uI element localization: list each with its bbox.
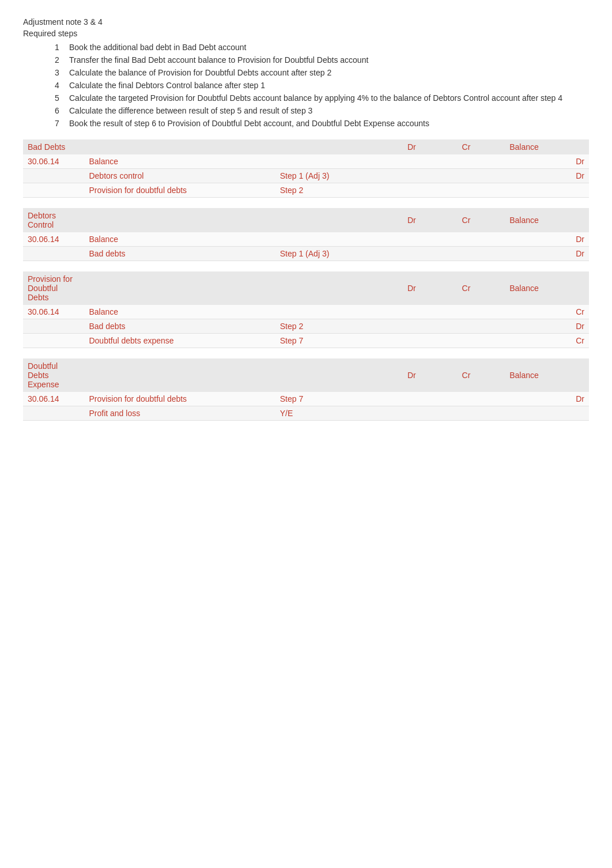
ledgers-container: Bad DebtsDrCrBalance30.06.14BalanceDrDeb… <box>23 139 589 421</box>
ledger-header-cell: Balance <box>493 139 554 154</box>
ledger-cell: Profit and loss <box>84 406 275 421</box>
ledger-cell: Step 7 <box>275 334 384 348</box>
ledger-row: 30.06.14BalanceCr <box>23 305 589 319</box>
ledger-section: Debtors ControlDrCrBalance30.06.14Balanc… <box>23 208 589 261</box>
ledger-cell <box>493 183 554 198</box>
ledger-cell: Bad debts <box>84 247 275 261</box>
ledger-cell <box>439 183 494 198</box>
ledger-cell: Dr <box>555 247 589 261</box>
ledger-header-cell: Cr <box>439 271 494 305</box>
steps-list: 1Book the additional bad debt in Bad Deb… <box>69 43 589 128</box>
ledger-name: Provision for Doubtful Debts <box>23 271 84 305</box>
ledger-cell: Provision for doubtful debts <box>84 183 275 198</box>
ledger-cell <box>439 334 494 348</box>
ledger-header-cell: Dr <box>384 139 439 154</box>
ledger-cell: Step 1 (Adj 3) <box>275 247 384 261</box>
ledger-cell <box>384 169 439 183</box>
ledger-row: 30.06.14BalanceDr <box>23 232 589 247</box>
ledger-cell: Step 1 (Adj 3) <box>275 169 384 183</box>
ledger-cell: 30.06.14 <box>23 305 84 319</box>
ledger-table: Bad DebtsDrCrBalance30.06.14BalanceDrDeb… <box>23 139 589 198</box>
ledger-cell: Balance <box>84 232 275 247</box>
ledger-cell: 30.06.14 <box>23 154 84 169</box>
ledger-table: Debtors ControlDrCrBalance30.06.14Balanc… <box>23 208 589 261</box>
ledger-cell <box>439 406 494 421</box>
ledger-cell <box>439 392 494 406</box>
ledger-cell: Y/E <box>275 406 384 421</box>
ledger-cell <box>493 319 554 334</box>
ledger-cell: Step 7 <box>275 392 384 406</box>
ledger-row: Profit and lossY/E <box>23 406 589 421</box>
ledger-header-cell: Dr <box>384 208 439 232</box>
ledger-header-cell: Cr <box>439 208 494 232</box>
ledger-row: Bad debtsStep 1 (Adj 3)Dr <box>23 247 589 261</box>
ledger-header-cell <box>555 271 589 305</box>
ledger-cell: Balance <box>84 305 275 319</box>
ledger-cell <box>384 392 439 406</box>
ledger-row: 30.06.14Provision for doubtful debtsStep… <box>23 392 589 406</box>
step-item: 3Calculate the balance of Provision for … <box>69 68 589 77</box>
ledger-cell: Dr <box>555 392 589 406</box>
ledger-header-cell <box>84 271 275 305</box>
ledger-cell: Step 2 <box>275 183 384 198</box>
ledger-cell: Dr <box>555 169 589 183</box>
ledger-name: Doubtful Debts Expense <box>23 358 84 392</box>
ledger-cell <box>555 406 589 421</box>
ledger-header-cell <box>275 208 384 232</box>
ledger-header-cell <box>555 139 589 154</box>
ledger-cell: Step 2 <box>275 319 384 334</box>
ledger-section: Bad DebtsDrCrBalance30.06.14BalanceDrDeb… <box>23 139 589 198</box>
ledger-cell: Dr <box>555 232 589 247</box>
ledger-table: Doubtful Debts ExpenseDrCrBalance30.06.1… <box>23 358 589 421</box>
ledger-header-cell <box>275 271 384 305</box>
ledger-name: Bad Debts <box>23 139 84 154</box>
ledger-cell <box>439 319 494 334</box>
ledger-cell <box>493 169 554 183</box>
ledger-cell <box>23 169 84 183</box>
ledger-header-cell <box>555 208 589 232</box>
ledger-header-cell <box>275 358 384 392</box>
ledger-cell <box>384 319 439 334</box>
ledger-cell <box>23 183 84 198</box>
ledger-cell: Balance <box>84 154 275 169</box>
ledger-cell <box>384 154 439 169</box>
ledger-cell <box>275 232 384 247</box>
ledger-table: Provision for Doubtful DebtsDrCrBalance3… <box>23 271 589 348</box>
ledger-cell <box>555 183 589 198</box>
ledger-header-cell: Dr <box>384 271 439 305</box>
ledger-cell <box>23 334 84 348</box>
ledger-cell <box>493 154 554 169</box>
ledger-cell <box>275 154 384 169</box>
ledger-cell: Dr <box>555 319 589 334</box>
ledger-cell: Doubtful debts expense <box>84 334 275 348</box>
ledger-row: Bad debtsStep 2Dr <box>23 319 589 334</box>
ledger-row: Provision for doubtful debtsStep 2 <box>23 183 589 198</box>
ledger-cell <box>384 334 439 348</box>
ledger-cell: Provision for doubtful debts <box>84 392 275 406</box>
ledger-section: Provision for Doubtful DebtsDrCrBalance3… <box>23 271 589 348</box>
ledger-cell <box>439 305 494 319</box>
ledger-cell: Bad debts <box>84 319 275 334</box>
ledger-header-cell <box>275 139 384 154</box>
ledger-row: Doubtful debts expenseStep 7Cr <box>23 334 589 348</box>
ledger-cell <box>23 406 84 421</box>
step-item: 1Book the additional bad debt in Bad Deb… <box>69 43 589 52</box>
ledger-row: Debtors controlStep 1 (Adj 3)Dr <box>23 169 589 183</box>
ledger-header-cell: Dr <box>384 358 439 392</box>
ledger-cell: Cr <box>555 305 589 319</box>
ledger-cell <box>23 247 84 261</box>
ledger-cell <box>493 392 554 406</box>
ledger-header-cell <box>84 208 275 232</box>
ledger-cell <box>493 305 554 319</box>
ledger-header-cell: Balance <box>493 271 554 305</box>
ledger-cell <box>439 169 494 183</box>
ledger-cell <box>439 247 494 261</box>
ledger-header-cell: Cr <box>439 139 494 154</box>
ledger-cell <box>23 319 84 334</box>
ledger-cell: Debtors control <box>84 169 275 183</box>
adjustment-title: Adjustment note 3 & 4 <box>23 17 589 27</box>
ledger-header-cell: Balance <box>493 358 554 392</box>
ledger-cell: 30.06.14 <box>23 232 84 247</box>
ledger-cell <box>439 232 494 247</box>
ledger-cell <box>493 232 554 247</box>
